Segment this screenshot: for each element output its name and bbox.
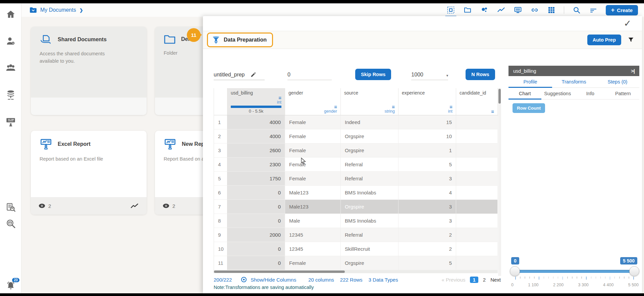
table-cell-usd_billing[interactable]: 4000 [227,115,285,129]
table-cell-gender[interactable]: Male123 [285,200,341,214]
table-cell-candidate_id[interactable] [456,186,498,200]
folder-tool-icon[interactable] [463,6,472,14]
breadcrumb[interactable]: My Documents ❯ [30,7,83,13]
slider-left-handle[interactable] [510,266,520,276]
table-cell-source[interactable]: BMS Innolabs [341,186,398,200]
table-cell-source[interactable]: BMS Innolabs [341,214,398,228]
column-menu-icon[interactable]: ≡ [392,105,395,109]
table-cell-usd_billing[interactable]: 0 [227,256,285,270]
slider-right-handle[interactable] [629,266,639,276]
table-cell-candidate_id[interactable] [456,256,498,270]
data-prep-tool-icon[interactable] [446,6,455,14]
column-header-gender[interactable]: gender≡gender [285,88,341,115]
document-search-icon[interactable] [5,202,16,213]
table-cell-source[interactable]: Indeed [341,115,398,129]
presentation-icon[interactable] [5,116,16,127]
table-cell-gender[interactable]: Male [285,214,341,228]
table-cell-usd_billing[interactable]: 2300 [227,158,285,172]
skip-rows-input[interactable]: 0 [287,72,332,80]
sort-icon[interactable] [589,6,598,14]
table-cell-gender[interactable]: Female [285,158,341,172]
table-cell-source[interactable]: Referral [341,228,398,242]
create-button[interactable]: + Create [606,5,638,15]
page-1-button[interactable]: 1 [470,277,478,283]
table-cell-usd_billing[interactable]: 0 [227,214,285,228]
horizontal-scrollbar-thumb[interactable] [214,271,345,273]
link-icon[interactable] [530,6,539,14]
tab-profile[interactable]: Profile [508,76,552,87]
card-shared-documents[interactable]: Shared Documents Access the shared docum… [31,27,147,115]
slider-track[interactable] [515,270,635,273]
subtab-chart[interactable]: Chart [508,88,541,99]
auto-prep-button[interactable]: Auto Prep [587,35,621,45]
skip-rows-button[interactable]: Skip Rows [355,69,391,80]
subtab-pattern[interactable]: Pattern [607,88,640,99]
table-cell-experience[interactable]: 3 [398,172,456,186]
vertical-scrollbar[interactable] [498,88,501,276]
table-cell-candidate_id[interactable] [456,115,498,129]
column-menu-icon[interactable]: ≡ [491,109,494,114]
home-icon[interactable] [5,9,16,20]
search-icon[interactable] [572,6,581,14]
table-cell-source[interactable]: Referral [341,158,398,172]
table-cell-candidate_id[interactable] [456,242,498,256]
table-cell-source[interactable]: SkillRecruit [341,242,398,256]
table-cell-candidate_id[interactable] [456,228,498,242]
table-cell-experience[interactable]: 1 [398,143,456,158]
notifications-bell-icon[interactable]: 23 [5,280,16,292]
table-cell-gender[interactable]: 12345 [285,242,341,256]
horizontal-scrollbar[interactable] [214,270,498,273]
user-settings-icon[interactable] [5,36,16,47]
nrows-select[interactable]: 1000 ▾ [411,72,448,80]
column-header-n[interactable] [214,88,227,115]
nrows-button[interactable]: N Rows [466,69,495,80]
table-cell-candidate_id[interactable] [456,129,498,143]
table-cell-experience[interactable]: 5 [398,256,456,270]
table-cell-source[interactable]: Orgspire [341,256,398,270]
table-cell-experience[interactable]: 5 [398,158,456,172]
table-cell-gender[interactable]: Female [285,129,341,143]
grid-icon[interactable] [547,6,556,14]
table-cell-gender[interactable]: Female [285,143,341,158]
table-cell-experience[interactable]: 4 [398,186,456,200]
subtab-info[interactable]: Info [574,88,607,99]
table-cell-candidate_id[interactable] [456,200,498,214]
column-menu-icon[interactable]: ≡ [334,105,337,109]
tab-transforms[interactable]: Transforms [552,76,596,87]
table-cell-source[interactable]: Referral [341,172,398,186]
table-cell-candidate_id[interactable] [456,158,498,172]
table-cell-experience[interactable]: 2 [398,242,456,256]
table-cell-candidate_id[interactable] [456,172,498,186]
edit-pencil-icon[interactable] [250,71,257,78]
table-cell-usd_billing[interactable]: 2000 [227,228,285,242]
bubbles-chart-icon[interactable] [480,6,489,14]
column-menu-icon[interactable]: ≡ [278,96,281,100]
table-cell-source[interactable]: Orgspire [341,200,398,214]
vertical-scrollbar-thumb[interactable] [498,89,501,104]
database-icon[interactable] [5,89,16,101]
prep-name-input[interactable]: untitled_prep [214,72,245,78]
next-page-button[interactable]: Next [490,277,501,283]
table-cell-usd_billing[interactable]: 4000 [227,129,285,143]
table-cell-experience[interactable]: 3 [398,214,456,228]
tab-steps[interactable]: Steps (0) [596,76,639,87]
table-cell-gender[interactable]: Male123 [285,186,341,200]
table-cell-gender[interactable]: Female [285,172,341,186]
confirm-check-icon[interactable]: ✓ [624,18,631,29]
table-cell-source[interactable]: Orgspire [341,143,398,158]
table-cell-gender[interactable]: Female [285,256,341,270]
table-cell-usd_billing[interactable]: 0 [227,242,285,256]
table-cell-experience[interactable]: 10 [398,129,456,143]
card-excel-report[interactable]: Excel Report Report based on an Excel fi… [31,131,147,215]
table-cell-experience[interactable]: 15 [398,115,456,129]
column-header-source[interactable]: source≡string [341,88,398,115]
column-header-candidate_id[interactable]: candidate_id≡ [456,88,498,115]
row-count-button[interactable]: Row Count [513,103,545,113]
column-menu-icon[interactable]: ≡ [449,105,452,109]
table-cell-usd_billing[interactable]: 2600 [227,143,285,158]
table-cell-source[interactable]: Orgspire [341,129,398,143]
table-cell-gender[interactable]: 12345 [285,228,341,242]
table-cell-experience[interactable]: 2 [398,228,456,242]
column-header-usd_billing[interactable]: usd_billing≡int0 - 5.5k [227,88,285,115]
table-cell-usd_billing[interactable]: 0 [227,200,285,214]
